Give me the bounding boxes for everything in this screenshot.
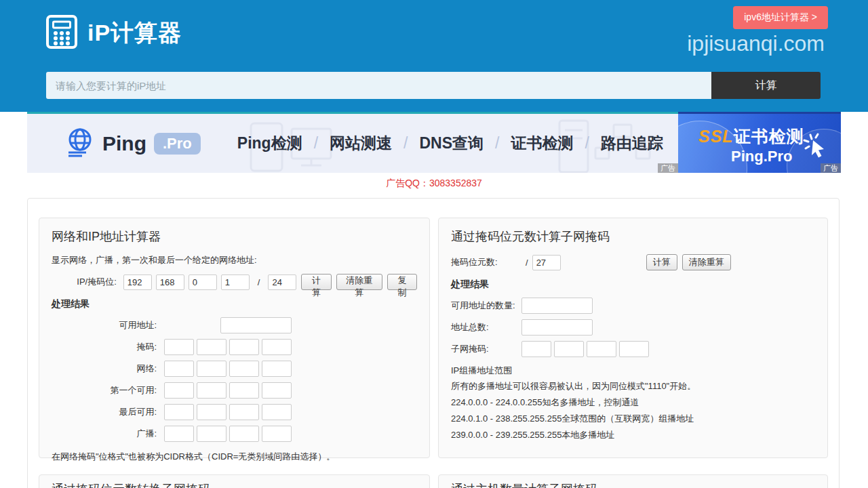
broadcast-octet-input[interactable] (197, 426, 226, 442)
panel-title: 通过掩码位元数计算子网掩码 (451, 228, 815, 245)
calculate-button[interactable]: 计算 (646, 254, 677, 270)
menu-item-route[interactable]: 路由追踪 (601, 133, 663, 154)
ip-octet-2-input[interactable] (156, 274, 184, 290)
search-bar: 计算 (46, 72, 821, 99)
subnet-mask-row: 子网掩码: (451, 341, 815, 357)
last-usable-octet-input[interactable] (229, 404, 259, 420)
total-count-input[interactable] (521, 319, 593, 336)
row-label: 第一个可用: (52, 384, 157, 396)
main-content-card: 网络和IP地址计算器 显示网络，广播，第一次和最后一个给定的网络地址: IP/掩… (27, 198, 840, 488)
slash-separator: / (258, 277, 260, 287)
clear-reset-button[interactable]: 清除重算 (682, 254, 731, 270)
first-usable-octet-input[interactable] (164, 382, 194, 399)
mask-octet-input[interactable] (164, 339, 194, 355)
search-input[interactable] (46, 72, 711, 99)
row-label: 网络: (52, 363, 157, 375)
cidr-note: 在网络掩码"位格式"也被称为CIDR格式（CIDR=无类别域间路由选择）。 (52, 451, 417, 463)
row-label: 广播: (52, 428, 157, 440)
copy-button[interactable]: 复制 (387, 274, 417, 290)
result-heading: 处理结果 (52, 298, 417, 310)
last-usable-octet-input[interactable] (262, 404, 292, 420)
ssl-title-text: 证书检测 (734, 127, 804, 146)
ssl-ad-brand: Ping.Pro (731, 148, 792, 165)
network-octet-input[interactable] (164, 361, 194, 377)
available-address-input[interactable] (220, 317, 292, 333)
result-heading: 处理结果 (451, 279, 815, 291)
menu-separator: / (585, 134, 589, 152)
mask-bits-convert-panel: 通过掩码位元数转换子网掩码 (39, 474, 430, 488)
subnet-octet-input[interactable] (521, 341, 551, 357)
host-count-calculator-panel: 通过主机数量计算子网掩码 (438, 474, 828, 488)
multicast-line: 224.0.1.0 - 238.255.255.255全球范围的（互联网宽）组播… (451, 411, 815, 427)
ad-label: 广告 (658, 163, 678, 173)
row-label: 可用地址: (52, 319, 157, 331)
panel-title: 通过主机数量计算子网掩码 (451, 481, 815, 488)
ad-banner: Ping .Pro Ping检测 / 网站测速 / DNS查询 / 证书检测 /… (27, 112, 841, 173)
multicast-line: 239.0.0.0 - 239.255.255.255本地多播地址 (451, 427, 815, 443)
calculator-icon (46, 15, 77, 52)
first-usable-octet-input[interactable] (262, 382, 292, 399)
first-usable-octet-input[interactable] (229, 382, 259, 399)
ssl-check-ad[interactable]: SSL证书检测 Ping.Pro 广告 (678, 112, 841, 173)
panel-title: 网络和IP地址计算器 (52, 228, 417, 245)
network-octet-input[interactable] (229, 361, 259, 377)
subnet-octet-input[interactable] (587, 341, 616, 357)
network-octet-input[interactable] (197, 361, 226, 377)
ip-octet-1-input[interactable] (123, 274, 152, 290)
site-header: iP计算器 ipv6地址计算器 > ipjisuanqi.com 计算 (0, 0, 868, 112)
multicast-line: 224.0.0.0 - 224.0.0.255知名多播地址，控制通道 (451, 394, 815, 411)
ip-octet-4-input[interactable] (221, 274, 250, 290)
menu-item-dns[interactable]: DNS查询 (419, 133, 484, 154)
mask-bits-form-row: 掩码位元数: / 计算 清除重算 (451, 254, 815, 270)
pingpro-pro-badge: .Pro (154, 133, 201, 155)
subnet-octet-input[interactable] (554, 341, 584, 357)
usable-count-input[interactable] (521, 298, 593, 314)
ssl-ad-title: SSL证书检测 (698, 125, 804, 148)
mask-bits-value-input[interactable] (532, 255, 561, 270)
site-title: iP计算器 (87, 18, 182, 49)
menu-separator: / (495, 134, 499, 152)
menu-item-cert[interactable]: 证书检测 (511, 133, 573, 154)
last-usable-octet-input[interactable] (197, 404, 226, 420)
clear-reset-button[interactable]: 清除重算 (336, 274, 382, 290)
subnet-octet-input[interactable] (619, 341, 649, 357)
field-label: 可用地址的数量: (451, 300, 521, 312)
last-usable-octet-input[interactable] (164, 404, 194, 420)
globe-icon (64, 127, 95, 161)
broadcast-octet-input[interactable] (262, 426, 292, 442)
field-label: 地址总数: (451, 321, 521, 333)
menu-separator: / (403, 134, 408, 152)
mask-octet-input[interactable] (262, 339, 292, 355)
search-calculate-button[interactable]: 计算 (711, 72, 821, 99)
last-usable-row: 最后可用: (52, 404, 417, 420)
broadcast-octet-input[interactable] (229, 426, 259, 442)
site-logo[interactable]: iP计算器 (46, 15, 182, 52)
mask-row: 掩码: (52, 339, 417, 355)
menu-item-ping[interactable]: Ping检测 (237, 133, 302, 154)
menu-separator: / (314, 134, 318, 152)
first-usable-octet-input[interactable] (197, 382, 226, 399)
ip-octet-3-input[interactable] (189, 274, 217, 290)
ssl-highlight: SSL (698, 127, 734, 146)
slash-separator: / (526, 258, 528, 268)
network-octet-input[interactable] (262, 361, 292, 377)
ipv6-calculator-button[interactable]: ipv6地址计算器 > (733, 6, 828, 29)
mask-bits-label: 掩码位元数: (451, 256, 521, 268)
pingpro-ad[interactable]: Ping .Pro Ping检测 / 网站测速 / DNS查询 / 证书检测 /… (27, 112, 678, 173)
calculate-button[interactable]: 计算 (301, 274, 331, 290)
network-ip-calculator-panel: 网络和IP地址计算器 显示网络，广播，第一次和最后一个给定的网络地址: IP/掩… (39, 218, 430, 458)
row-label: 最后可用: (52, 406, 157, 418)
ip-mask-form-row: IP/掩码位: / 计算 清除重算 复制 (52, 274, 417, 290)
mask-bits-input[interactable] (268, 274, 296, 290)
broadcast-octet-input[interactable] (164, 426, 194, 442)
cursor-click-icon (802, 131, 830, 163)
mask-octet-input[interactable] (197, 339, 226, 355)
pingpro-menu: Ping检测 / 网站测速 / DNS查询 / 证书检测 / 路由追踪 (237, 133, 663, 154)
site-domain: ipjisuanqi.com (687, 31, 825, 56)
menu-item-speed[interactable]: 网站测速 (330, 133, 392, 154)
ad-label: 广告 (821, 163, 841, 173)
panel-subtitle: 显示网络，广播，第一次和最后一个给定的网络地址: (52, 254, 417, 266)
usable-count-row: 可用地址的数量: (451, 298, 815, 314)
panel-title: 通过掩码位元数转换子网掩码 (52, 481, 417, 488)
mask-octet-input[interactable] (229, 339, 259, 355)
